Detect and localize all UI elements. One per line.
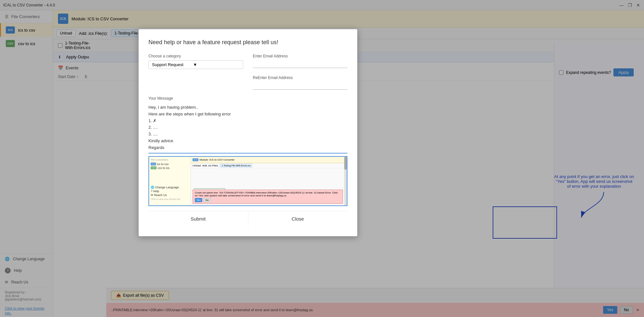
sc-reach-us: ✉ Reach Us xyxy=(151,193,189,197)
sc-toolbar: Unload Add .ics Files: 1-Testing-File-Wi… xyxy=(191,163,347,168)
screenshot-right-panel: ICS Module: ICS to CSV Converter Unload … xyxy=(191,157,347,205)
email-group: Enter Email Address xyxy=(253,54,347,69)
screenshot-left-panel: File Converters ICS ics to csv CSV csv t… xyxy=(149,157,191,205)
category-group: Choose a category Support Request ▼ xyxy=(148,54,243,69)
form-row-reemail: ReEnter Email Address xyxy=(148,75,347,90)
sc-csv-item: CSV csv to ics xyxy=(151,166,189,170)
screenshot-inner: File Converters ICS ics to csv CSV csv t… xyxy=(149,157,347,205)
sc-scrollbar-thumb xyxy=(344,157,347,170)
submit-button[interactable]: Submit xyxy=(148,211,248,226)
sc-change-lang: 🌐 Change Language xyxy=(151,186,189,189)
sc-module-header: ICS Module: ICS to CSV Converter xyxy=(191,157,347,163)
help-dialog: Need help or have a feature request plea… xyxy=(138,29,357,236)
sc-error-buttons: Yes No xyxy=(195,198,341,202)
spacer-group xyxy=(148,75,243,90)
chevron-down-icon: ▼ xyxy=(193,62,197,67)
message-textarea[interactable]: Hey, I am having problem.. Here are the … xyxy=(148,103,347,154)
close-button[interactable]: Close xyxy=(248,211,348,226)
email-input[interactable] xyxy=(253,60,347,68)
sc-scrollbar[interactable] xyxy=(344,157,347,205)
sc-help: ? Help xyxy=(151,190,189,193)
category-value: Support Request xyxy=(152,62,184,67)
sc-bottom-menu: 🌐 Change Language ? Help ✉ Reach Us xyxy=(151,186,189,197)
screenshot-area: File Converters ICS ics to csv CSV csv t… xyxy=(148,156,347,206)
reemail-group: ReEnter Email Address xyxy=(253,75,347,90)
sc-error-popup: Could not parse line: 'DX:TZINVALIDTYID=… xyxy=(193,190,343,204)
sc-no-btn[interactable]: No xyxy=(204,198,211,202)
reemail-label: ReEnter Email Address xyxy=(253,75,347,80)
dialog-footer: Submit Close xyxy=(148,211,347,226)
category-label: Choose a category xyxy=(148,54,243,58)
message-group: Your Message Hey, I am having problem.. … xyxy=(148,96,347,154)
form-row-top: Choose a category Support Request ▼ Ente… xyxy=(148,54,347,69)
dialog-title: Need help or have a feature request plea… xyxy=(148,39,347,46)
reemail-input[interactable] xyxy=(253,82,347,90)
sc-ics-item: ICS ics to csv xyxy=(151,163,189,166)
email-label: Enter Email Address xyxy=(253,54,347,58)
message-label: Your Message xyxy=(148,96,347,101)
category-select[interactable]: Support Request ▼ xyxy=(148,60,243,69)
sc-yes-btn[interactable]: Yes xyxy=(195,198,202,202)
sc-reg: Click to view your license info. xyxy=(151,198,189,200)
sc-error-text: Could not parse line: 'DX:TZINVALIDTYID=… xyxy=(195,191,341,197)
